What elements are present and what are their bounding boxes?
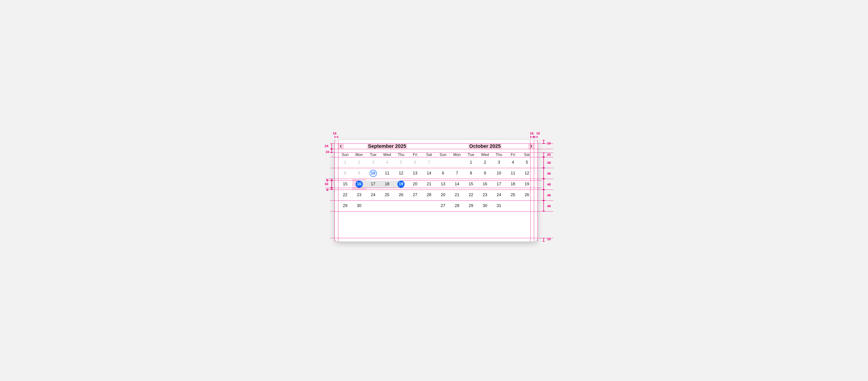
day-cell (436, 157, 450, 168)
day-cell[interactable]: 25 (380, 190, 394, 200)
day-cell[interactable]: 23 (352, 190, 366, 200)
months-container: September 2025SunMonTueWedThuFriSat12345… (338, 144, 534, 211)
month-header: September 2025 (338, 144, 436, 149)
day-cell[interactable]: 1 (338, 157, 352, 168)
next-month-button[interactable] (528, 144, 534, 149)
spec-guideline (330, 211, 553, 212)
day-cell[interactable]: 12 (520, 168, 534, 179)
day-cell[interactable]: 3 (492, 157, 506, 168)
weekday-label: Wed (380, 153, 394, 157)
spec-measure-label: 8 (327, 188, 328, 192)
spec-bracket-icon (335, 136, 338, 138)
day-number: 20 (413, 182, 417, 186)
day-cell[interactable]: 21 (450, 190, 464, 200)
prev-month-button[interactable] (338, 144, 344, 149)
spec-measure-label: 20 (547, 153, 551, 156)
day-cell[interactable]: 6 (436, 168, 450, 179)
weekday-label: Sun (338, 153, 352, 157)
day-cell[interactable]: 7 (422, 157, 436, 168)
day-number: 1 (470, 160, 472, 165)
day-number: 21 (455, 193, 459, 197)
weekday-label: Sat (520, 153, 534, 157)
day-cell[interactable]: 13 (408, 168, 422, 179)
day-cell[interactable]: 9 (352, 168, 366, 179)
day-cell[interactable]: 30 (478, 200, 492, 211)
day-number: 24 (371, 193, 375, 197)
day-cell[interactable]: 27 (436, 200, 450, 211)
day-cell[interactable]: 20 (436, 190, 450, 200)
day-number: 4 (386, 160, 388, 165)
day-cell[interactable]: 24 (366, 190, 380, 200)
day-number: 8 (470, 171, 472, 176)
today-day[interactable]: 10 (366, 168, 380, 179)
day-cell[interactable]: 28 (450, 200, 464, 211)
spec-guideline (330, 238, 553, 238)
day-number: 13 (441, 182, 445, 186)
day-cell[interactable]: 10 (492, 168, 506, 179)
day-cell[interactable]: 2 (352, 157, 366, 168)
day-cell[interactable]: 11 (380, 168, 394, 179)
day-number: 12 (525, 171, 529, 176)
day-cell[interactable]: 27 (408, 190, 422, 200)
weekday-label: Fri (408, 153, 422, 157)
day-cell[interactable]: 8 (464, 168, 478, 179)
day-cell (450, 157, 464, 168)
day-cell[interactable]: 5 (394, 157, 408, 168)
day-cell (394, 200, 408, 211)
weekday-header-row: SunMonTueWedThuFriSat (436, 153, 534, 157)
day-cell[interactable]: 22 (464, 190, 478, 200)
day-number: 10 (371, 171, 375, 176)
day-number: 22 (469, 193, 473, 197)
day-cell[interactable]: 26 (394, 190, 408, 200)
spec-guideline (330, 144, 553, 144)
spec-measure-label: 8 (327, 178, 328, 182)
weekday-header-row: SunMonTueWedThuFriSat (338, 153, 436, 157)
day-number: 23 (483, 193, 487, 197)
day-number: 14 (455, 182, 459, 186)
day-cell[interactable]: 12 (394, 168, 408, 179)
day-cell[interactable]: 2 (478, 157, 492, 168)
day-cell[interactable]: 24 (492, 190, 506, 200)
weekday-label: Sun (436, 153, 450, 157)
day-number: 10 (497, 171, 501, 176)
day-cell[interactable]: 29 (338, 200, 352, 211)
day-cell[interactable]: 26 (520, 190, 534, 200)
spec-bracket-icon (542, 190, 545, 200)
day-cell[interactable]: 11 (506, 168, 520, 179)
day-number: 20 (441, 193, 445, 197)
day-number: 9 (358, 171, 360, 176)
day-number: 15 (343, 182, 347, 186)
day-cell[interactable]: 5 (520, 157, 534, 168)
day-cell[interactable]: 25 (506, 190, 520, 200)
day-number: 15 (469, 182, 473, 186)
day-number: 30 (357, 203, 362, 208)
day-number: 1 (344, 160, 346, 165)
day-cell[interactable]: 7 (450, 168, 464, 179)
week-row: 20212223242526 (436, 190, 534, 200)
month-header: October 2025 (436, 144, 534, 149)
day-cell[interactable]: 6 (408, 157, 422, 168)
day-number: 18 (385, 182, 389, 186)
day-cell[interactable]: 3 (366, 157, 380, 168)
day-cell[interactable]: 4 (380, 157, 394, 168)
week-row: 6789101112 (436, 168, 534, 179)
day-cell[interactable]: 14 (422, 168, 436, 179)
day-number: 5 (526, 160, 528, 165)
day-number: 29 (343, 203, 347, 208)
spec-guideline (326, 188, 542, 188)
day-cell[interactable]: 30 (352, 200, 366, 211)
day-cell[interactable]: 23 (478, 190, 492, 200)
day-number: 29 (469, 203, 473, 208)
day-cell[interactable]: 9 (478, 168, 492, 179)
day-cell[interactable]: 22 (338, 190, 352, 200)
weekday-label: Wed (478, 153, 492, 157)
spec-measure-label: 48 (547, 193, 551, 197)
day-cell[interactable]: 29 (464, 200, 478, 211)
day-cell[interactable]: 8 (338, 168, 352, 179)
day-cell[interactable]: 28 (422, 190, 436, 200)
day-cell[interactable]: 1 (464, 157, 478, 168)
day-cell[interactable]: 4 (506, 157, 520, 168)
day-number: 13 (413, 171, 417, 176)
day-cell[interactable]: 31 (492, 200, 506, 211)
day-cell (520, 200, 534, 211)
